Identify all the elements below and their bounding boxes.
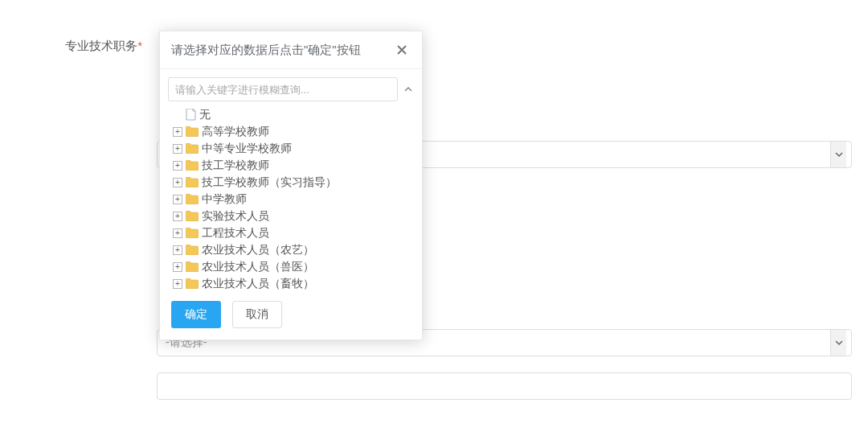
form-row-select-1: [0, 134, 868, 175]
tree-item-label: 农业技术人员（畜牧）: [202, 277, 314, 291]
modal-footer: 确定 取消: [160, 291, 422, 340]
file-icon: [186, 109, 196, 121]
background-form: 专业技术职务* -请选择-: [0, 32, 868, 406]
modal-header: 请选择对应的数据后点击"确定"按钮: [160, 31, 422, 69]
search-input[interactable]: [168, 77, 398, 101]
folder-icon: [186, 194, 199, 204]
modal-title: 请选择对应的数据后点击"确定"按钮: [171, 43, 361, 58]
tree-item-label: 工程技术人员: [202, 226, 269, 241]
tree-item[interactable]: +农业技术人员（兽医）: [170, 258, 414, 275]
tree-item[interactable]: +中学教师: [170, 191, 414, 208]
tree-item[interactable]: +技工学校教师: [170, 157, 414, 174]
form-row-tech-title: 专业技术职务*: [0, 32, 868, 60]
folder-icon: [186, 143, 199, 154]
form-label: 专业技术职务*: [0, 39, 157, 54]
folder-icon: [186, 160, 199, 171]
expander-icon[interactable]: +: [173, 212, 182, 221]
expander-icon[interactable]: +: [173, 178, 182, 187]
tree-item-label: 技工学校教师: [202, 158, 269, 173]
tree-item-label: 中等专业学校教师: [202, 142, 292, 156]
expander-icon[interactable]: +: [173, 195, 182, 204]
cancel-button[interactable]: 取消: [232, 301, 282, 328]
tree-item[interactable]: +技工学校教师（实习指导）: [170, 174, 414, 191]
expander-icon[interactable]: +: [173, 262, 182, 272]
modal-body: 无+高等学校教师+中等专业学校教师+技工学校教师+技工学校教师（实习指导）+中学…: [160, 69, 422, 291]
tree-item[interactable]: +实验技术人员: [170, 208, 414, 224]
tree-item[interactable]: +中等专业学校教师: [170, 140, 414, 157]
tree-item[interactable]: +高等学校教师: [170, 123, 414, 140]
expander-icon[interactable]: +: [173, 245, 182, 255]
caret-up-icon[interactable]: [403, 86, 414, 93]
folder-icon: [186, 261, 199, 272]
tree-list[interactable]: 无+高等学校教师+中等专业学校教师+技工学校教师+技工学校教师（实习指导）+中学…: [168, 106, 414, 291]
tree-item-label: 农业技术人员（农艺）: [202, 243, 314, 257]
tree-item-label: 农业技术人员（兽医）: [202, 260, 314, 274]
folder-icon: [186, 278, 199, 289]
chevron-down-icon: [830, 330, 846, 356]
tree-picker-modal: 请选择对应的数据后点击"确定"按钮 无+高等学校教师+中等专业学校教师+技工学校…: [159, 31, 423, 340]
expander-spacer: [173, 110, 182, 120]
tree-item-label: 实验技术人员: [202, 209, 269, 224]
expander-icon[interactable]: +: [173, 228, 182, 238]
expander-icon[interactable]: +: [173, 161, 182, 171]
tree-item[interactable]: +农业技术人员（畜牧）: [170, 275, 414, 291]
expander-icon[interactable]: +: [173, 144, 182, 154]
folder-icon: [186, 228, 199, 238]
tree-item-label: 技工学校教师（实习指导）: [202, 175, 337, 190]
tree-item-label: 无: [199, 108, 211, 122]
form-label-text: 专业技术职务: [65, 39, 137, 52]
tree-item[interactable]: +工程技术人员: [170, 224, 414, 241]
required-marker: *: [137, 39, 142, 52]
expander-icon[interactable]: +: [173, 279, 182, 289]
close-button[interactable]: [393, 41, 411, 59]
folder-icon: [186, 126, 199, 137]
input-field[interactable]: [157, 372, 852, 400]
close-icon: [396, 44, 407, 56]
folder-icon: [186, 211, 199, 221]
tree-item-label: 中学教师: [202, 192, 247, 207]
tree-item-label: 高等学校教师: [202, 125, 269, 139]
form-row-select-2: -请选择-: [0, 323, 868, 363]
search-wrap: [168, 77, 414, 101]
folder-icon: [186, 245, 199, 255]
expander-icon[interactable]: +: [173, 127, 182, 137]
form-row-input: [0, 363, 868, 406]
tree-item[interactable]: 无: [170, 106, 414, 123]
chevron-down-icon: [830, 142, 846, 167]
tree-item[interactable]: +农业技术人员（农艺）: [170, 241, 414, 258]
folder-icon: [186, 177, 199, 187]
confirm-button[interactable]: 确定: [171, 301, 221, 328]
